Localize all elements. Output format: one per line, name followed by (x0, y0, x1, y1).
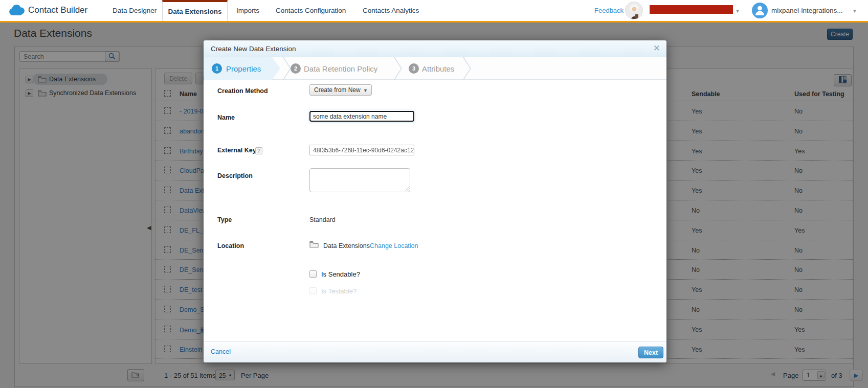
type-value: Standard (309, 216, 336, 223)
external-key-input[interactable] (309, 145, 414, 155)
is-sendable-label: Is Sendable? (321, 270, 360, 278)
app-title: Contact Builder (28, 5, 87, 15)
next-button[interactable]: Next (638, 347, 663, 358)
tab-data-designer[interactable]: Data Designer (113, 0, 157, 21)
caret-down-icon[interactable]: ▼ (735, 8, 740, 14)
step-separator (463, 57, 472, 80)
divider (746, 1, 746, 21)
step-separator (394, 57, 403, 80)
is-testable-checkbox (309, 287, 317, 294)
redacted-account-selector[interactable] (650, 5, 733, 14)
location-value: Data Extensions (323, 242, 370, 249)
top-navbar: Contact Builder Data Designer Data Exten… (0, 0, 868, 22)
cloud-logo-icon (8, 5, 26, 19)
caret-down-icon: ▼ (363, 88, 368, 93)
is-testable-label: Is Testable? (321, 287, 357, 295)
name-input[interactable] (309, 111, 414, 122)
name-label: Name (217, 114, 235, 121)
feedback-link[interactable]: Feedback (594, 0, 624, 21)
help-icon[interactable]: ? (255, 147, 262, 154)
einstein-avatar[interactable] (625, 2, 643, 19)
step-label: Data Retention Policy (304, 64, 377, 73)
screen: Data Extensions Create ▶ Data Extensions… (0, 0, 868, 388)
change-location-link[interactable]: Change Location (370, 242, 418, 249)
external-key-label: External Key (217, 147, 256, 154)
step-number-badge: 2 (291, 63, 301, 74)
tab-data-extensions[interactable]: Data Extensions (162, 0, 228, 21)
caret-down-icon[interactable]: ▼ (852, 8, 857, 14)
wizard-steps: 1 Properties 2 Data Retention Policy 3 A… (204, 57, 666, 80)
step-label: Attributes (422, 64, 454, 73)
description-label: Description (217, 172, 253, 179)
creation-method-select[interactable]: Create from New ▼ (309, 84, 372, 96)
tab-contacts-analytics[interactable]: Contacts Analytics (363, 0, 419, 21)
step-number-badge: 3 (409, 63, 419, 74)
modal-header: Create New Data Extension ✕ (204, 40, 666, 57)
is-sendable-checkbox[interactable] (309, 270, 317, 278)
user-avatar-icon[interactable] (752, 3, 768, 18)
location-label: Location (217, 242, 244, 249)
creation-method-label: Creation Method (217, 87, 268, 95)
cancel-link[interactable]: Cancel (211, 348, 231, 355)
step-label: Properties (226, 64, 261, 73)
create-data-extension-modal: Create New Data Extension ✕ 1 Properties… (204, 40, 666, 362)
modal-title: Create New Data Extension (211, 40, 296, 57)
type-label: Type (217, 216, 232, 223)
modal-footer: Cancel Next (204, 341, 666, 362)
folder-icon (309, 241, 319, 250)
step-number-badge: 1 (212, 63, 222, 74)
tab-imports[interactable]: Imports (236, 0, 259, 21)
tab-contacts-configuration[interactable]: Contacts Configuration (276, 0, 346, 21)
account-name: mixpanel-integrations... (771, 0, 843, 21)
description-textarea[interactable] (309, 168, 410, 192)
close-icon[interactable]: ✕ (653, 43, 660, 54)
